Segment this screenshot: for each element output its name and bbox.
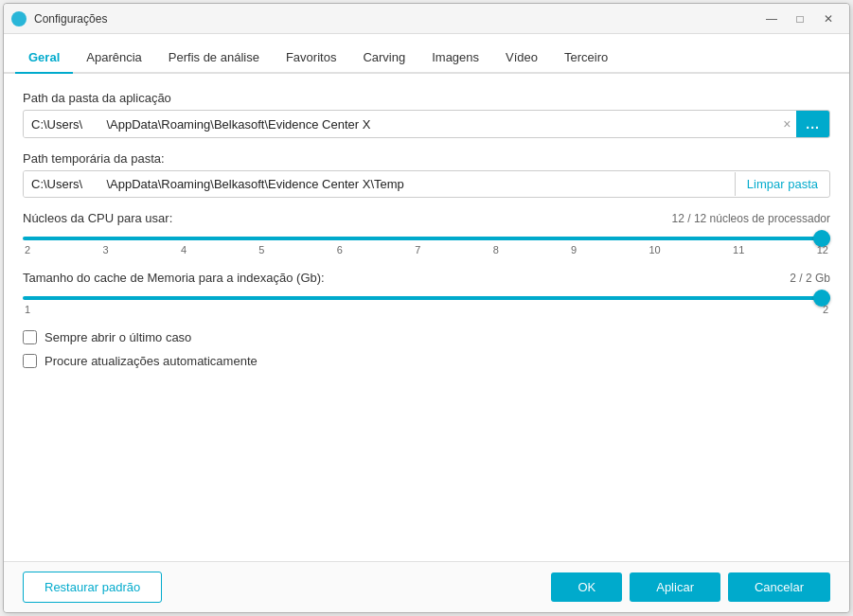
- app-path-label: Path da pasta da aplicação: [23, 91, 830, 105]
- temp-path-input[interactable]: [24, 171, 735, 197]
- cpu-slider-section: Núcleos da CPU para usar: 12 / 12 núcleo…: [23, 211, 830, 255]
- footer-left: Restaurar padrão: [23, 572, 162, 603]
- restore-default-button[interactable]: Restaurar padrão: [23, 572, 162, 603]
- cpu-tick-4: 4: [181, 244, 187, 255]
- cpu-tick-11: 11: [733, 244, 744, 255]
- close-button[interactable]: ✕: [815, 9, 842, 28]
- cpu-tick-9: 9: [571, 244, 577, 255]
- titlebar-buttons: — □ ✕: [758, 9, 842, 28]
- tab-perfis[interactable]: Perfis de análise: [155, 43, 273, 74]
- cpu-slider[interactable]: [23, 237, 830, 240]
- tab-video[interactable]: Vídeo: [492, 43, 551, 74]
- app-path-clear-icon[interactable]: ×: [777, 116, 796, 132]
- auto-update-item: Procure atualizações automaticamente: [23, 354, 830, 368]
- auto-update-label[interactable]: Procure atualizações automaticamente: [44, 354, 258, 368]
- cache-label: Tamanho do cache de Memoria para a index…: [23, 271, 325, 285]
- cache-tick-1: 1: [25, 304, 30, 315]
- cache-slider-section: Tamanho do cache de Memoria para a index…: [23, 271, 830, 315]
- content-area: Path da pasta da aplicação × ... Path te…: [4, 74, 849, 561]
- maximize-button[interactable]: □: [787, 9, 813, 28]
- temp-path-group: Path temporária da pasta: Limpar pasta: [23, 151, 830, 198]
- last-case-checkbox[interactable]: [23, 330, 37, 344]
- tab-imagens[interactable]: Imagens: [418, 43, 492, 74]
- ok-button[interactable]: OK: [551, 572, 622, 602]
- tab-favoritos[interactable]: Favoritos: [273, 43, 349, 74]
- app-icon: [11, 11, 27, 26]
- tab-aparencia[interactable]: Aparência: [73, 43, 155, 74]
- cache-tick-2: 2: [823, 304, 828, 315]
- cpu-value: 12 / 12 núcleos de processador: [672, 212, 830, 225]
- cancel-button[interactable]: Cancelar: [728, 572, 830, 602]
- titlebar: Configurações — □ ✕: [4, 4, 849, 34]
- window-title: Configurações: [34, 12, 758, 26]
- cache-value: 2 / 2 Gb: [790, 272, 830, 285]
- cpu-tick-5: 5: [258, 244, 264, 255]
- tab-bar: Geral Aparência Perfis de análise Favori…: [4, 34, 849, 74]
- main-window: Configurações — □ ✕ Geral Aparência Perf…: [3, 3, 850, 613]
- cpu-tick-6: 6: [337, 244, 343, 255]
- temp-path-label: Path temporária da pasta:: [23, 151, 830, 166]
- cpu-tick-8: 8: [493, 244, 499, 255]
- minimize-button[interactable]: —: [758, 9, 785, 28]
- cpu-tick-3: 3: [102, 244, 108, 255]
- cpu-tick-2: 2: [25, 244, 30, 255]
- footer: Restaurar padrão OK Aplicar Cancelar: [4, 561, 849, 612]
- app-path-group: Path da pasta da aplicação × ...: [23, 91, 830, 138]
- app-path-input-row: × ...: [23, 110, 830, 138]
- cpu-tick-12: 12: [817, 244, 828, 255]
- auto-update-checkbox[interactable]: [23, 354, 37, 368]
- apply-button[interactable]: Aplicar: [630, 572, 720, 602]
- cache-slider-header: Tamanho do cache de Memoria para a index…: [23, 271, 830, 285]
- checkbox-group: Sempre abrir o último caso Procure atual…: [23, 330, 830, 368]
- cpu-label: Núcleos da CPU para usar:: [23, 211, 172, 225]
- tab-terceiro[interactable]: Terceiro: [551, 43, 621, 74]
- clear-temp-button[interactable]: Limpar pasta: [735, 172, 829, 196]
- app-path-input[interactable]: [24, 112, 777, 137]
- tab-carving[interactable]: Carving: [349, 43, 418, 74]
- app-path-browse-button[interactable]: ...: [796, 111, 829, 137]
- last-case-item: Sempre abrir o último caso: [23, 330, 830, 344]
- footer-right: OK Aplicar Cancelar: [551, 572, 830, 602]
- cpu-tick-10: 10: [649, 244, 661, 255]
- last-case-label[interactable]: Sempre abrir o último caso: [44, 330, 191, 344]
- cache-slider[interactable]: [23, 296, 830, 300]
- temp-path-input-row: Limpar pasta: [23, 170, 830, 198]
- cpu-tick-7: 7: [415, 244, 420, 255]
- tab-geral[interactable]: Geral: [15, 43, 73, 74]
- cpu-slider-header: Núcleos da CPU para usar: 12 / 12 núcleo…: [23, 211, 830, 225]
